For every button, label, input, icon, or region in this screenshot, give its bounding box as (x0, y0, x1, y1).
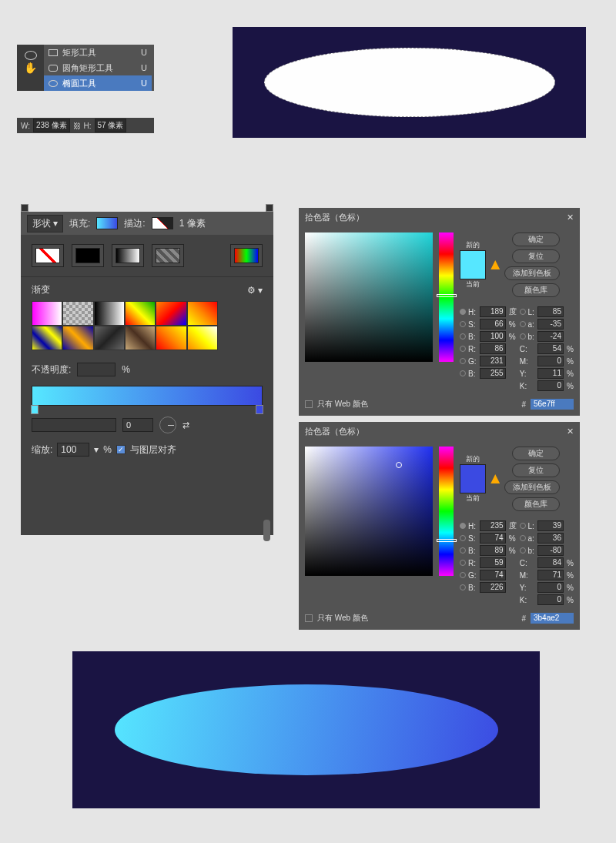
gradient-ramp[interactable] (32, 386, 263, 406)
tool-rectangle[interactable]: 矩形工具 U (44, 45, 152, 60)
a-input[interactable]: -35 (537, 319, 564, 330)
tool-flyout: ✋ 矩形工具 U 圆角矩形工具 U 椭圆工具 U (17, 45, 154, 91)
gradient-preset[interactable] (62, 326, 93, 350)
gradient-preset[interactable] (156, 326, 186, 350)
l-input[interactable]: 39 (537, 520, 564, 531)
mode-dropdown[interactable]: 形状 ▾ (27, 215, 63, 232)
ok-button[interactable]: 确定 (512, 447, 560, 460)
gradient-preset[interactable] (125, 301, 156, 326)
fill-pattern-button[interactable] (152, 244, 184, 267)
preset-scrollbar[interactable] (263, 520, 270, 541)
add-swatch-button[interactable]: 添加到色板 (504, 266, 560, 280)
fill-swatch[interactable] (96, 217, 118, 229)
color-field[interactable] (305, 232, 433, 362)
gradient-preset[interactable] (62, 301, 93, 326)
s-input[interactable]: 74 (480, 533, 506, 544)
r-input[interactable]: 59 (480, 557, 506, 568)
h-input[interactable]: 235 (480, 520, 506, 531)
hex-input[interactable]: 3b4ae2 (531, 613, 574, 624)
c-input[interactable]: 84 (537, 557, 564, 568)
opacity-input[interactable] (77, 363, 116, 376)
ellipse-icon (49, 80, 58, 87)
color-picker-2: 拾色器（色标）✕ 新的 当前 确定 复位 添加到色板 颜色库 (299, 422, 580, 630)
add-swatch-button[interactable]: 添加到色板 (504, 480, 560, 494)
color-stop-right[interactable] (256, 405, 263, 414)
h-input[interactable]: 189 (480, 306, 506, 317)
hand-tool-icon[interactable]: ✋ (24, 62, 37, 74)
opacity-row: 不透明度: % (21, 356, 273, 383)
fill-solid-button[interactable] (72, 244, 104, 267)
angle-wheel-icon[interactable] (159, 416, 176, 433)
stroke-width[interactable]: 1 像素 (179, 217, 206, 230)
gradient-type-dropdown[interactable] (32, 418, 116, 432)
gradient-preset[interactable] (156, 301, 186, 326)
gradient-preset[interactable] (94, 326, 125, 350)
color-libraries-button[interactable]: 颜色库 (512, 283, 560, 297)
web-only-checkbox[interactable] (305, 400, 313, 408)
opacity-stop-left[interactable] (21, 204, 28, 212)
b-input[interactable]: 89 (480, 545, 506, 556)
gradient-editor[interactable] (21, 383, 273, 412)
reset-button[interactable]: 复位 (512, 463, 560, 477)
gear-icon[interactable]: ⚙ ▾ (247, 285, 263, 296)
shortcut: U (141, 60, 147, 75)
hue-slider[interactable] (439, 232, 454, 362)
fill-gradient-button[interactable] (112, 244, 144, 267)
scale-input[interactable]: 100 (57, 443, 89, 457)
gradient-preset[interactable] (125, 326, 156, 350)
bb-input[interactable]: -80 (537, 545, 564, 556)
w-input[interactable]: 238 像素 (33, 119, 69, 132)
k-input[interactable]: 0 (537, 380, 564, 391)
tool-ellipse[interactable]: 椭圆工具 U (44, 75, 152, 91)
color-stop-left[interactable] (31, 405, 38, 414)
m-input[interactable]: 71 (537, 570, 564, 580)
c-input[interactable]: 54 (537, 343, 564, 354)
blue-input[interactable]: 226 (480, 582, 506, 593)
hex-input[interactable]: 56e7ff (531, 399, 574, 410)
stroke-swatch[interactable] (152, 217, 173, 229)
fill-none-button[interactable] (32, 244, 64, 267)
color-libraries-button[interactable]: 颜色库 (512, 497, 560, 511)
gradient-presets (21, 301, 229, 356)
y-input[interactable]: 11 (537, 368, 564, 379)
gamut-warning-icon[interactable] (490, 260, 500, 269)
gradient-preset[interactable] (187, 301, 218, 326)
k-input[interactable]: 0 (537, 594, 564, 605)
bb-input[interactable]: -24 (537, 331, 564, 342)
rect-icon (49, 49, 58, 56)
s-input[interactable]: 66 (480, 319, 506, 330)
reset-button[interactable]: 复位 (512, 249, 560, 263)
color-field[interactable] (305, 447, 433, 576)
b-input[interactable]: 100 (480, 331, 506, 342)
close-icon[interactable]: ✕ (567, 212, 574, 222)
g-input[interactable]: 231 (480, 356, 506, 366)
gradient-preset[interactable] (32, 326, 62, 350)
h-input[interactable]: 57 像素 (95, 119, 127, 132)
gradient-preset[interactable] (32, 301, 62, 326)
stroke-label: 描边: (124, 217, 145, 230)
m-input[interactable]: 0 (537, 356, 564, 366)
y-input[interactable]: 0 (537, 582, 564, 593)
tool-rounded-rectangle[interactable]: 圆角矩形工具 U (44, 60, 152, 75)
hue-slider[interactable] (439, 447, 454, 576)
gradient-preset[interactable] (94, 301, 125, 326)
link-wh-icon[interactable]: ⛓ (73, 122, 81, 130)
ok-button[interactable]: 确定 (512, 232, 560, 246)
pct-label: % (122, 364, 130, 375)
l-input[interactable]: 85 (537, 306, 564, 317)
close-icon[interactable]: ✕ (567, 427, 574, 437)
g-input[interactable]: 74 (480, 570, 506, 580)
ellipse-tool-icon[interactable] (25, 51, 37, 60)
r-input[interactable]: 86 (480, 343, 506, 354)
opacity-stop-right[interactable] (266, 204, 273, 212)
web-only-checkbox[interactable] (305, 614, 313, 622)
gradient-preset[interactable] (187, 326, 218, 350)
a-input[interactable]: 36 (537, 533, 564, 544)
blue-input[interactable]: 255 (480, 368, 506, 379)
color-picker-button[interactable] (230, 244, 263, 267)
gamut-warning-icon[interactable] (490, 474, 500, 483)
angle-input[interactable]: 0 (122, 418, 153, 432)
reverse-icon[interactable]: ⇄ (182, 420, 189, 430)
align-checkbox[interactable]: ✓ (116, 445, 126, 454)
angle-row: 0 ⇄ (21, 412, 273, 438)
